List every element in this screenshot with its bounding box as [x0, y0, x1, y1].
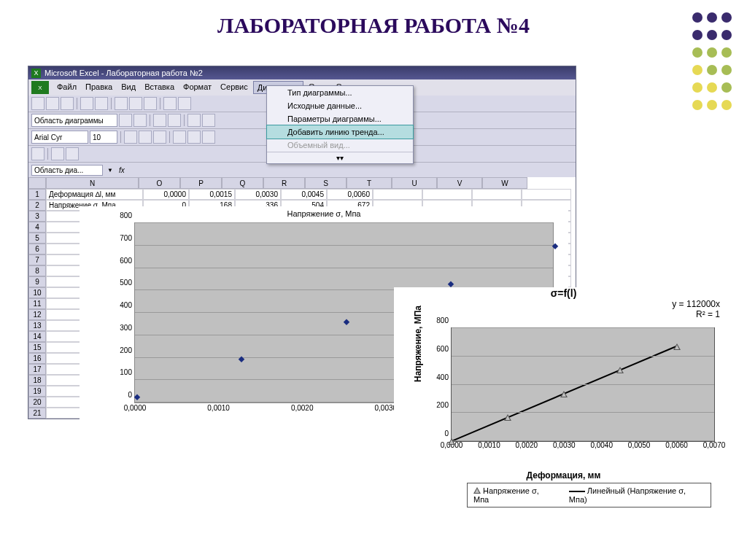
row-header[interactable]: 15 [28, 342, 46, 353]
legend-trend: Линейный (Напряжение σ, Мпа) [569, 486, 686, 504]
col-P[interactable]: P [180, 177, 222, 189]
row-header[interactable]: 21 [28, 408, 46, 419]
data-point [560, 391, 568, 397]
row-header[interactable]: 13 [28, 320, 46, 331]
row-header[interactable]: 14 [28, 331, 46, 342]
align-left-icon[interactable] [173, 131, 186, 144]
expand-menu-icon[interactable]: ▾▾ [267, 152, 413, 163]
y-tick: 0 [444, 429, 449, 438]
row-header[interactable]: 5 [28, 233, 46, 244]
cut-icon[interactable] [115, 97, 128, 110]
print-icon[interactable] [80, 97, 93, 110]
menu-item-формат[interactable]: Формат [179, 81, 215, 94]
font-name-selector[interactable]: Arial Cyr [31, 131, 88, 144]
cell[interactable] [472, 189, 522, 200]
copy-icon[interactable] [129, 97, 142, 110]
cell[interactable]: 0,0045 [281, 189, 327, 200]
arrow-icon[interactable] [66, 147, 79, 160]
draw-icon[interactable] [31, 147, 44, 160]
fx-label[interactable]: fx [115, 166, 129, 174]
col-T[interactable]: T [347, 177, 392, 189]
row-header[interactable]: 9 [28, 276, 46, 287]
col-N[interactable]: N [46, 177, 139, 189]
undo-icon[interactable] [163, 97, 177, 110]
data-point [448, 281, 454, 287]
menu-item[interactable]: Исходные данные... [267, 99, 413, 112]
menu-item-файл[interactable]: Файл [53, 81, 80, 94]
cell[interactable] [522, 189, 571, 200]
format-icon[interactable] [119, 114, 132, 127]
menu-item-правка[interactable]: Правка [82, 81, 116, 94]
preview-icon[interactable] [95, 97, 108, 110]
cell[interactable]: 0,0030 [235, 189, 281, 200]
row-header[interactable]: 10 [28, 287, 46, 298]
data-table-icon[interactable] [168, 114, 181, 127]
row-header[interactable]: 20 [28, 397, 46, 408]
y-axis-label: Напряжение, МПа [413, 306, 423, 382]
cell[interactable]: 0,0015 [189, 189, 235, 200]
menu-item[interactable]: Тип диаграммы... [267, 86, 413, 99]
col-V[interactable]: V [437, 177, 482, 189]
align-right-icon[interactable] [202, 131, 215, 144]
col-S[interactable]: S [305, 177, 347, 189]
line-icon[interactable] [51, 147, 64, 160]
cell[interactable] [422, 189, 472, 200]
redo-icon[interactable] [178, 97, 191, 110]
menu-item[interactable]: Параметры диаграммы... [267, 112, 413, 125]
menu-item-вид[interactable]: Вид [117, 81, 139, 94]
italic-icon[interactable] [139, 131, 152, 144]
data-point [552, 244, 558, 249]
slide-title: ЛАБОРАТОРНАЯ РАБОТА №4 [0, 13, 747, 38]
menu-item[interactable]: Добавить линию тренда... [266, 125, 414, 139]
inset-chart: σ=f(l) y = 112000x R² = 1 Напряжение, МП… [394, 287, 733, 513]
by-row-icon[interactable] [187, 114, 201, 127]
chart-type-icon[interactable] [133, 114, 147, 127]
cell[interactable]: 0,0060 [327, 189, 373, 200]
menu-diagram-dropdown[interactable]: Тип диаграммы...Исходные данные...Параме… [266, 85, 414, 164]
paste-icon[interactable] [144, 97, 157, 110]
row-header[interactable]: 4 [28, 222, 46, 233]
menu-item-вставка[interactable]: Вставка [141, 81, 178, 94]
cell[interactable] [373, 189, 422, 200]
row-header[interactable]: 7 [28, 254, 46, 265]
menu-item: Объемный вид... [267, 139, 413, 152]
app-icon[interactable]: X [31, 81, 49, 94]
align-center-icon[interactable] [187, 131, 201, 144]
row-header[interactable]: 16 [28, 353, 46, 364]
col-Q[interactable]: Q [222, 177, 263, 189]
col-O[interactable]: O [139, 177, 180, 189]
font-size-selector[interactable]: 10 [90, 131, 117, 144]
col-R[interactable]: R [263, 177, 305, 189]
cell[interactable]: Деформация ∆l, мм [46, 189, 143, 200]
row-1-header[interactable]: 1 [28, 189, 46, 200]
col-U[interactable]: U [392, 177, 437, 189]
dropdown-arrow-icon[interactable]: ▼ [106, 167, 115, 174]
name-box[interactable]: Область диа... [31, 165, 103, 176]
table-row[interactable]: 1 Деформация ∆l, мм 0,0000 0,0015 0,0030… [28, 189, 576, 200]
row-header[interactable]: 3 [28, 211, 46, 222]
row-header[interactable]: 17 [28, 364, 46, 375]
row-header[interactable]: 12 [28, 309, 46, 320]
cell[interactable]: 0,0000 [143, 189, 189, 200]
open-icon[interactable] [46, 97, 59, 110]
new-icon[interactable] [31, 97, 44, 110]
y-tick: 300 [120, 323, 132, 331]
window-title: Microsoft Excel - Лабораторная работа №2 [44, 69, 203, 77]
row-header[interactable]: 11 [28, 298, 46, 309]
menu-item-сервис[interactable]: Сервис [217, 81, 252, 94]
row-header[interactable]: 8 [28, 265, 46, 276]
legend-icon[interactable] [153, 114, 166, 127]
row-2-header[interactable]: 2 [28, 200, 46, 211]
y-tick: 400 [120, 301, 132, 309]
row-header[interactable]: 6 [28, 244, 46, 254]
inset-plot-area: 02004006008000,00000,00100,00200,00300,0… [451, 327, 715, 442]
row-header[interactable]: 19 [28, 386, 46, 397]
chart-element-selector[interactable]: Область диаграммы [31, 114, 117, 127]
save-icon[interactable] [61, 97, 74, 110]
col-W[interactable]: W [482, 177, 527, 189]
bold-icon[interactable] [124, 131, 137, 144]
underline-icon[interactable] [153, 131, 166, 144]
inset-chart-title: σ=f(l) [394, 287, 733, 299]
row-header[interactable]: 18 [28, 375, 46, 386]
by-col-icon[interactable] [202, 114, 215, 127]
